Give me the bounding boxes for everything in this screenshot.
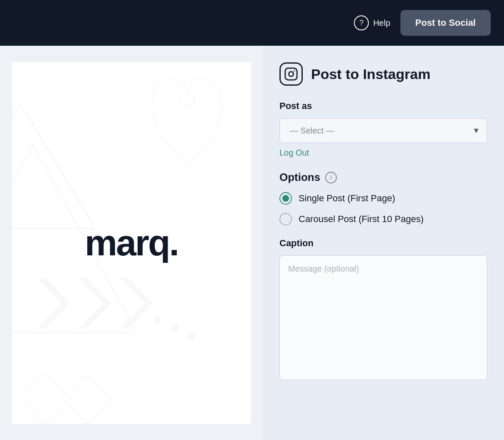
carousel-post-radio-item[interactable]: Carousel Post (First 10 Pages) [279, 213, 487, 225]
caption-label: Caption [279, 238, 487, 249]
help-label: Help [373, 18, 390, 28]
canvas-panel: marq. [0, 46, 263, 440]
caption-section: Caption [279, 238, 487, 382]
topbar: ? Help Post to Social [0, 0, 504, 46]
info-icon: i [325, 172, 337, 183]
select-wrapper: — Select — ▼ [279, 118, 487, 143]
post-social-label: Post to Social [415, 17, 476, 28]
panel-header: Post to Instagram [279, 62, 487, 86]
single-post-radio-inner [282, 195, 289, 202]
help-button[interactable]: ? Help [354, 15, 390, 30]
svg-marker-0 [12, 104, 95, 228]
svg-point-12 [289, 72, 293, 76]
account-select[interactable]: — Select — [279, 118, 487, 143]
post-to-social-button[interactable]: Post to Social [400, 10, 491, 36]
info-icon-label: i [330, 174, 332, 181]
logout-button[interactable]: Log Out [279, 148, 309, 158]
svg-marker-3 [120, 278, 153, 328]
svg-marker-2 [79, 278, 112, 328]
options-section: Options i Single Post (First Page) [279, 171, 487, 238]
single-post-label: Single Post (First Page) [299, 193, 395, 204]
post-as-label: Post as [279, 101, 487, 111]
svg-point-6 [170, 324, 178, 332]
logout-label: Log Out [279, 148, 309, 157]
svg-rect-11 [285, 68, 297, 80]
carousel-post-radio-button[interactable] [279, 213, 292, 225]
post-type-radio-group: Single Post (First Page) Carousel Post (… [279, 192, 487, 225]
canvas-logo: marq. [85, 222, 178, 264]
instagram-svg [284, 67, 298, 81]
svg-point-13 [294, 70, 295, 72]
caption-textarea[interactable] [279, 255, 487, 380]
single-post-radio-item[interactable]: Single Post (First Page) [279, 192, 487, 205]
carousel-post-label: Carousel Post (First 10 Pages) [299, 214, 424, 225]
right-panel: Post to Instagram Post as — Select — ▼ L… [263, 46, 504, 440]
svg-marker-8 [20, 374, 70, 424]
svg-point-5 [153, 316, 162, 324]
panel-title: Post to Instagram [311, 66, 430, 82]
help-circle-icon: ? [354, 15, 369, 30]
instagram-icon [279, 62, 303, 86]
svg-point-7 [187, 332, 195, 341]
canvas-inner: marq. [12, 62, 251, 424]
post-as-section: Post as — Select — ▼ Log Out [279, 101, 487, 171]
svg-marker-1 [37, 278, 70, 328]
svg-marker-9 [62, 374, 112, 424]
main-content: marq. Post to Instagram Post as — Select… [0, 46, 504, 440]
single-post-radio-button[interactable] [279, 192, 292, 205]
options-title: Options [279, 171, 320, 184]
options-header: Options i [279, 171, 487, 184]
